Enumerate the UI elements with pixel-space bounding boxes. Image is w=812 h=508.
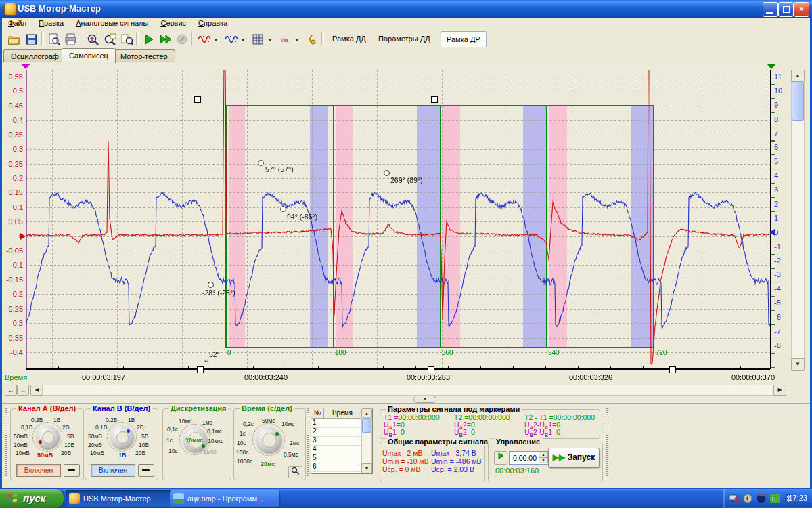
- marker-t1-triangle-icon[interactable]: [21, 64, 30, 69]
- channel-a-power-button[interactable]: Включен: [16, 464, 61, 477]
- right-axis-label: -2: [774, 257, 790, 265]
- channel-b-minimize-button[interactable]: [138, 464, 154, 477]
- drag-handle-square[interactable]: [194, 96, 201, 103]
- minimize-button[interactable]: [763, 2, 778, 17]
- splitter-collapse-button[interactable]: ▼: [413, 396, 436, 403]
- left-axis-label: 0,15: [2, 188, 23, 196]
- zoom-region-button[interactable]: [102, 31, 119, 48]
- hscroll-right-button[interactable]: ▶: [773, 385, 786, 396]
- table-row[interactable]: 2: [311, 427, 363, 437]
- parameters-dd-button[interactable]: Параметры ДД: [373, 31, 436, 46]
- windows-flag-icon: [13, 494, 17, 498]
- start-button[interactable]: пуск: [0, 489, 64, 508]
- table-row[interactable]: 1: [311, 419, 363, 428]
- open-button[interactable]: [6, 31, 24, 48]
- panel-drag-handle[interactable]: [606, 408, 608, 479]
- channel-a-groupbox: Канал А (В/дел) 0,2В1В0,1В2В50мВ5В20мВ10…: [10, 408, 84, 480]
- menu-item-4[interactable]: Справка: [192, 18, 233, 30]
- close-button[interactable]: ×: [794, 2, 809, 17]
- left-axis-label: 0,55: [2, 72, 23, 81]
- knob-scale-label: 10мВ: [90, 450, 104, 457]
- table-header-time: Время: [324, 408, 361, 419]
- wave-channel-a-button[interactable]: [196, 31, 220, 48]
- math-table-button[interactable]: [250, 31, 274, 48]
- zoom-in-button[interactable]: [85, 31, 102, 48]
- windows-flag-icon: [13, 499, 17, 503]
- channel-a-minimize-button[interactable]: [64, 464, 80, 477]
- restore-button[interactable]: [778, 2, 794, 17]
- time-axis-line: [26, 368, 770, 370]
- hscroll-track[interactable]: [42, 385, 775, 396]
- sampling-knob[interactable]: 10мс1мс0,1с0,1мс1с10мкс10с5мкс10мкс: [165, 417, 229, 462]
- table-scroll-down-button[interactable]: ▼: [361, 463, 372, 473]
- timebase-zoom-button[interactable]: [288, 466, 302, 478]
- annotation-marker-icon[interactable]: [280, 206, 286, 212]
- table-row[interactable]: 4: [311, 445, 363, 454]
- waveform-plot[interactable]: [26, 70, 770, 369]
- tab-recorder[interactable]: Самописец: [62, 48, 116, 63]
- network-icon[interactable]: [729, 493, 740, 504]
- annotation-marker-icon[interactable]: [208, 282, 214, 288]
- marker-1-color-button[interactable]: ..: [5, 385, 17, 396]
- title-bar[interactable]: USB Мотор-Мастер ×: [0, 0, 812, 18]
- table-scroll-thumb[interactable]: [362, 418, 371, 433]
- time-marks-table[interactable]: №Время123456▲▼: [311, 408, 373, 474]
- vscroll-thumb[interactable]: [792, 81, 804, 121]
- table-row[interactable]: 3: [311, 436, 363, 446]
- annotation-marker-icon[interactable]: [258, 160, 264, 166]
- formula-sqrt-button[interactable]: √α: [277, 31, 301, 48]
- frame-dd-button[interactable]: Рамка ДД: [327, 31, 371, 46]
- drag-handle-square[interactable]: [669, 366, 676, 373]
- frame-degree-label: 360: [442, 349, 453, 356]
- menu-item-2[interactable]: Аналоговые сигналы: [70, 18, 154, 30]
- channel-a-zero-arrow-icon[interactable]: [20, 233, 26, 240]
- channel-b-power-button[interactable]: Включен: [91, 464, 135, 477]
- channel-b-zero-arrow-icon[interactable]: [769, 229, 775, 236]
- vscroll-down-button[interactable]: ▼: [791, 358, 805, 371]
- frame-dr-button[interactable]: Рамка ДР: [441, 31, 487, 47]
- spinner-down-button[interactable]: ▼: [539, 457, 548, 463]
- right-axis-label: -4: [774, 284, 790, 293]
- knob-scale-label: 10мс: [179, 418, 192, 425]
- marker-2-color-button[interactable]: ..: [17, 385, 29, 396]
- control-title: Управление: [494, 438, 542, 446]
- tab-oscilloscope[interactable]: Осциллограф: [3, 49, 66, 62]
- play-button[interactable]: [140, 31, 158, 48]
- control-play-button[interactable]: [494, 451, 508, 465]
- menu-item-3[interactable]: Сервис: [154, 18, 192, 30]
- panel-drag-handle[interactable]: [5, 408, 7, 479]
- right-axis-label: 4: [774, 171, 790, 179]
- table-row[interactable]: 5: [311, 454, 363, 463]
- knob-scale-label: 10с: [168, 448, 178, 454]
- wave-channel-b-button[interactable]: [223, 31, 247, 48]
- frame-top-triangle-icon[interactable]: [767, 64, 776, 69]
- task-button-0[interactable]: USB Мотор-Мастер: [66, 490, 182, 507]
- drag-handle-square[interactable]: [428, 366, 434, 373]
- menu-item-0[interactable]: Файл: [2, 18, 32, 30]
- utorrent-icon[interactable]: u: [769, 493, 780, 504]
- sound-button[interactable]: [304, 31, 321, 48]
- channel-a-knob[interactable]: 0,2В1В0,1В2В50мВ5В20мВ10В10мВ20В50мВ: [13, 416, 81, 461]
- zoom-page-button[interactable]: [118, 31, 136, 48]
- play-fast-button[interactable]: [157, 31, 175, 48]
- save-button[interactable]: [23, 31, 41, 48]
- shield-icon[interactable]: [756, 493, 767, 504]
- drag-handle-square[interactable]: [431, 96, 438, 103]
- print-preview-button[interactable]: [45, 31, 63, 48]
- channel-b-knob[interactable]: 0,2В1В0,1В2В50мВ5В20мВ10В10мВ20В1В: [87, 416, 155, 461]
- tab-motor-tester[interactable]: Мотор-тестер: [113, 49, 175, 62]
- print-button[interactable]: [62, 31, 80, 48]
- timebase-knob[interactable]: 0,2с50мс10мс1с10с2мс100с0,5мс1000с20мс: [236, 417, 303, 462]
- audio-icon[interactable]: [742, 493, 753, 504]
- right-axis-label: 5: [774, 157, 790, 165]
- task-button-1[interactable]: ацк.bmp - Программ...: [170, 490, 279, 507]
- menu-item-1[interactable]: Правка: [32, 18, 70, 30]
- vscroll-track[interactable]: [791, 81, 805, 360]
- drag-handle-square[interactable]: [197, 366, 204, 373]
- annotation-marker-icon[interactable]: [384, 170, 390, 176]
- right-axis-label: 6: [774, 143, 790, 151]
- table-row[interactable]: 6: [311, 463, 363, 472]
- start-acquisition-button[interactable]: ▶▶ Запуск: [548, 448, 600, 468]
- panel-drag-handle[interactable]: [307, 408, 309, 479]
- right-axis-label: 8: [774, 115, 790, 123]
